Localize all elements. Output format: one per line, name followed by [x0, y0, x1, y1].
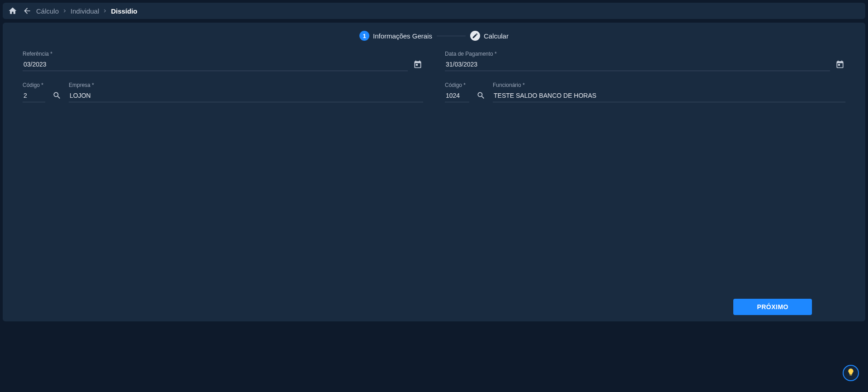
empresa-codigo-input[interactable] [23, 89, 45, 102]
referencia-input[interactable] [23, 58, 408, 71]
data-pagamento-input[interactable] [445, 58, 830, 71]
calendar-icon[interactable] [835, 57, 845, 71]
funcionario-field-wrapper: Funcionário * [493, 82, 845, 102]
referencia-field-wrapper: Referência * [23, 51, 408, 71]
funcionario-label: Funcionário * [493, 82, 845, 88]
empresa-label: Empresa * [69, 82, 423, 88]
search-icon[interactable] [476, 89, 486, 102]
chevron-right-icon [102, 8, 108, 14]
breadcrumb-calculo[interactable]: Cálculo [36, 7, 59, 15]
step-2-label: Calcular [484, 32, 509, 40]
main-panel: 1 Informações Gerais Calcular Referência… [3, 23, 865, 321]
help-fab[interactable] [843, 365, 859, 381]
empresa-field-wrapper: Empresa * [69, 82, 423, 102]
search-icon[interactable] [52, 89, 62, 102]
empresa-input[interactable] [69, 89, 423, 102]
proximo-button[interactable]: PRÓXIMO [733, 299, 812, 315]
edit-icon [470, 31, 480, 41]
empresa-codigo-field-wrapper: Código * [23, 82, 45, 102]
step-informacoes-gerais[interactable]: 1 Informações Gerais [359, 31, 432, 41]
step-calcular[interactable]: Calcular [470, 31, 509, 41]
funcionario-input[interactable] [493, 89, 845, 102]
lightbulb-icon [847, 368, 855, 378]
funcionario-codigo-label: Código * [445, 82, 469, 88]
step-1-badge: 1 [359, 31, 369, 41]
stepper: 1 Informações Gerais Calcular [23, 31, 845, 41]
funcionario-codigo-field-wrapper: Código * [445, 82, 469, 102]
referencia-label: Referência * [23, 51, 408, 57]
data-pagamento-field-wrapper: Data de Pagamento * [445, 51, 830, 71]
funcionario-codigo-input[interactable] [445, 89, 469, 102]
calendar-icon[interactable] [412, 57, 423, 71]
data-pagamento-label: Data de Pagamento * [445, 51, 830, 57]
back-arrow-icon[interactable] [22, 5, 33, 16]
step-1-label: Informações Gerais [373, 32, 432, 40]
breadcrumb-individual[interactable]: Individual [71, 7, 99, 15]
empresa-codigo-label: Código * [23, 82, 45, 88]
chevron-right-icon [61, 8, 68, 14]
breadcrumb: Cálculo Individual Dissídio [36, 7, 137, 15]
step-connector [437, 36, 466, 36]
topbar: Cálculo Individual Dissídio [3, 3, 865, 19]
home-icon[interactable] [7, 5, 18, 16]
breadcrumb-dissidio: Dissídio [111, 7, 137, 15]
